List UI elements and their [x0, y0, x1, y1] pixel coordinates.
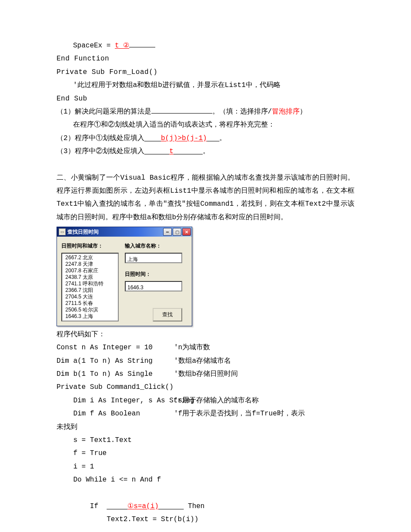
code-line: Do While i <= n And f: [57, 473, 354, 486]
code-left: Dim b(1 To n) As Single: [57, 368, 174, 381]
code-line: End Sub: [57, 92, 354, 105]
code-row: Dim f As Boolean 'f用于表示是否找到，当f=True时，表示: [57, 407, 354, 420]
q1-middle: 。（填：选择排序/: [212, 108, 272, 116]
code-left: Const n As Integer = 10: [57, 341, 174, 354]
code-line: If ①s=a(i) Then: [57, 487, 354, 513]
code-comment: 'f用于表示是否找到，当f=True时，表示: [174, 407, 354, 420]
blank-line: [129, 40, 155, 47]
search-button[interactable]: 查找: [153, 308, 182, 321]
code-text: SpaceEx =: [73, 42, 115, 50]
code-comment: '此过程用于对数组a和数组b进行赋值，并显示在List1中，代码略: [57, 79, 354, 92]
code-line: Private Sub Form_Load(): [57, 66, 354, 79]
question-3: （3）程序中②划线处应填入 t 。: [57, 145, 354, 158]
text1-input[interactable]: 上海: [125, 253, 182, 263]
code-line: SpaceEx = t ②: [57, 39, 354, 52]
text2-output[interactable]: 1646.3: [125, 281, 182, 291]
q2-prefix: （2）程序中①划线处应填入: [57, 134, 144, 142]
list1-listbox[interactable]: 2667.2 北京 2247.8 天津 2007.8 石家庄 2438.7 太原…: [61, 253, 119, 321]
q2-answer: b(j)>b(j-1): [161, 134, 207, 142]
if-prefix: If: [57, 502, 107, 510]
blank-lead: [107, 502, 127, 510]
code-line: End Function: [57, 52, 354, 65]
question-2: （2）程序中①划线处应填入 b(j)>b(j-1) 。: [57, 132, 354, 145]
code-line: 未找到: [57, 421, 354, 434]
question-1: （1）解决此问题采用的算法是。（填：选择排序/冒泡排序）: [57, 105, 354, 118]
time-label: 日照时间：: [125, 269, 182, 279]
blank-tail: [174, 147, 203, 155]
code-line: Private Sub Command1_Click(): [57, 381, 354, 394]
code-line: s = Text1.Text: [57, 434, 354, 447]
code-row: Dim a(1 To n) As String '数组a存储城市名: [57, 355, 354, 368]
question-1-line2: 在程序①和②划线处填入适当的语句或表达式，将程序补充完整：: [57, 118, 354, 131]
titlebar: ▭ 查找日照时间 ━ ▢ ✕: [57, 227, 192, 237]
q1-suffix: ）: [300, 108, 307, 116]
maximize-button[interactable]: ▢: [173, 228, 181, 236]
code-line: i = 1: [57, 460, 354, 473]
code-left: Dim i As Integer, s As String: [57, 394, 174, 407]
code-label: 程序代码如下：: [57, 328, 354, 341]
right-column: 输入城市名称： 上海 日照时间： 1646.3 查找: [125, 241, 182, 321]
q3-suffix: 。: [203, 147, 210, 155]
code-row: Dim b(1 To n) As Single '数组b存储日照时间: [57, 368, 354, 381]
app-icon: ▭: [59, 228, 66, 235]
section2-intro: 二、小黄编制了一个Visual Basic程序，能根据输入的城市名查找并显示该城…: [57, 171, 354, 224]
code-line: Text2.Text = Str(b(i)): [57, 513, 354, 526]
blank-tail: [159, 502, 184, 510]
code-comment: '数组b存储日照时间: [174, 368, 354, 381]
q3-answer: t: [169, 147, 174, 155]
q1-answer: 冒泡排序: [272, 108, 300, 116]
code-line: f = True: [57, 447, 354, 460]
blank-tail: [207, 134, 220, 142]
if-suffix: Then: [184, 502, 204, 510]
q2-suffix: 。: [219, 134, 226, 142]
window-title: 查找日照时间: [67, 227, 163, 237]
code-row: Const n As Integer = 10 'n为城市数: [57, 341, 354, 354]
q1-prefix: （1）解决此问题采用的算法是: [57, 108, 151, 116]
code-left: Dim f As Boolean: [57, 407, 174, 420]
q3-prefix: （3）程序中②划线处应填入: [57, 147, 144, 155]
blank-line: [151, 106, 212, 114]
answer-blank: t ②: [115, 42, 129, 50]
code-comment: 's用于存储输入的城市名称: [174, 394, 354, 407]
code-comment: 'n为城市数: [174, 341, 354, 354]
left-column: 日照时间和城市： 2667.2 北京 2247.8 天津 2007.8 石家庄 …: [61, 241, 119, 321]
close-button[interactable]: ✕: [182, 228, 191, 236]
code-comment: '数组a存储城市名: [174, 355, 354, 368]
minimize-button[interactable]: ━: [163, 228, 172, 236]
window-buttons: ━ ▢ ✕: [163, 228, 191, 236]
if-answer: ①s=a(i): [127, 502, 159, 510]
code-row: Dim i As Integer, s As String 's用于存储输入的城…: [57, 394, 354, 407]
blank-lead: [144, 147, 170, 155]
input-label: 输入城市名称：: [125, 241, 182, 251]
vb-window: ▭ 查找日照时间 ━ ▢ ✕ 日照时间和城市： 2667.2 北京 2247.8…: [57, 227, 192, 326]
list-label: 日照时间和城市：: [61, 241, 119, 251]
code-left: Dim a(1 To n) As String: [57, 355, 174, 368]
blank-lead: [144, 134, 161, 142]
client-area: 日照时间和城市： 2667.2 北京 2247.8 天津 2007.8 石家庄 …: [57, 237, 192, 326]
